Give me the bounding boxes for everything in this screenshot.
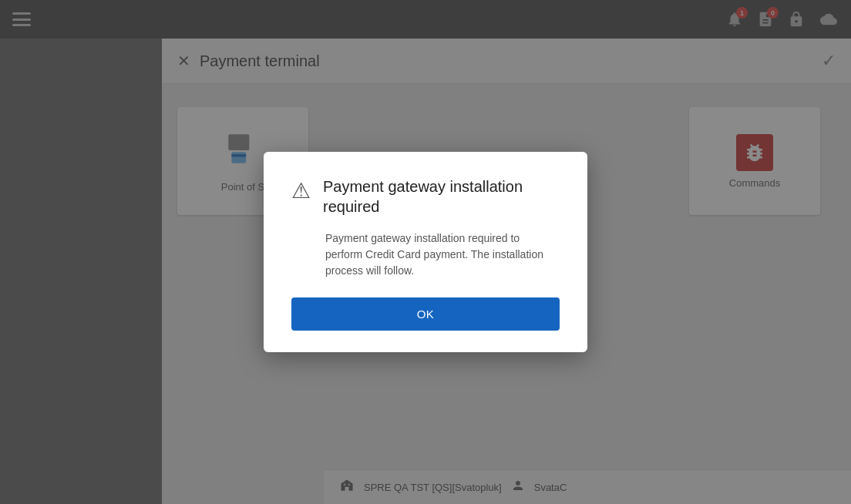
modal-overlay: ⚠ Payment gateway installation required … bbox=[0, 0, 851, 504]
warning-icon: ⚠ bbox=[291, 178, 311, 203]
payment-gateway-dialog: ⚠ Payment gateway installation required … bbox=[264, 152, 587, 352]
ok-button[interactable]: OK bbox=[291, 297, 560, 331]
dialog-header: ⚠ Payment gateway installation required bbox=[291, 176, 560, 217]
dialog-body: Payment gateway installation required to… bbox=[291, 230, 560, 279]
dialog-title: Payment gateway installation required bbox=[323, 176, 560, 217]
